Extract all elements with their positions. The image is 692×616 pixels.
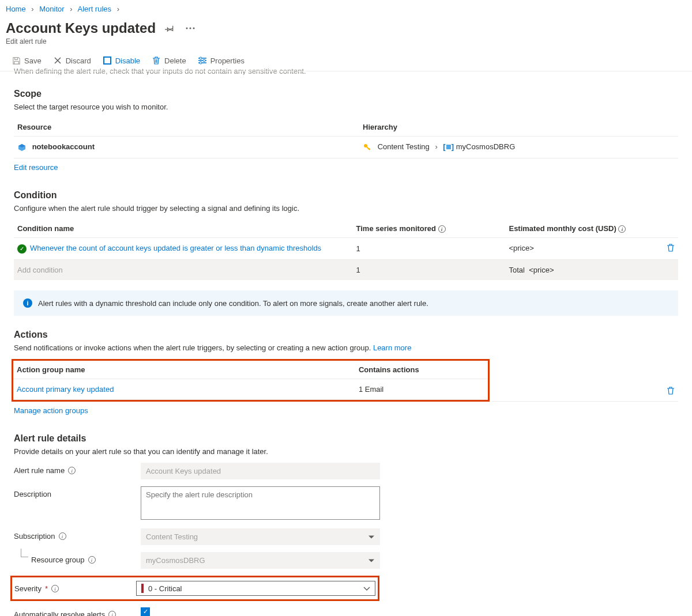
check-icon: ✓ xyxy=(17,244,27,254)
chevron-right-icon: › xyxy=(117,5,119,13)
select-resource-group xyxy=(141,552,380,569)
disable-button[interactable]: Disable xyxy=(100,54,142,67)
info-icon: i xyxy=(23,298,32,308)
section-actions: Actions Send notifications or invoke act… xyxy=(14,330,678,420)
action-group-link[interactable]: Account primary key updated xyxy=(17,385,114,394)
edit-resource-link[interactable]: Edit resource xyxy=(14,163,58,172)
col-resource: Resource xyxy=(14,118,359,137)
resource-group-icon: [] xyxy=(443,142,454,151)
severity-bar-icon xyxy=(141,584,144,593)
breadcrumb: Home › Monitor › Alert rules › xyxy=(0,0,692,18)
svg-point-2 xyxy=(193,28,195,29)
page-subtitle: Edit alert rule xyxy=(6,37,686,46)
details-heading: Alert rule details xyxy=(14,433,678,444)
required-icon: * xyxy=(45,584,48,593)
more-button[interactable] xyxy=(183,25,197,32)
info-icon[interactable]: i xyxy=(108,611,116,616)
properties-button[interactable]: Properties xyxy=(195,54,247,67)
condition-info-banner: i Alert rules with a dynamic threshold c… xyxy=(14,290,678,316)
manage-action-groups-link[interactable]: Manage action groups xyxy=(14,406,88,415)
section-details: Alert rule details Provide details on yo… xyxy=(14,433,678,616)
breadcrumb-home[interactable]: Home xyxy=(6,5,26,13)
details-description: Provide details on your alert rule so th… xyxy=(14,447,678,456)
breadcrumb-monitor[interactable]: Monitor xyxy=(39,5,64,13)
condition-link[interactable]: Whenever the count of account keys updat… xyxy=(30,244,321,252)
label-description: Description xyxy=(14,486,141,498)
cosmos-icon xyxy=(17,143,27,152)
condition-series: 1 xyxy=(353,238,506,260)
info-icon[interactable]: i xyxy=(51,585,59,592)
chevron-right-icon: › xyxy=(70,5,72,13)
condition-row: ✓Whenever the count of account keys upda… xyxy=(14,238,678,260)
input-description[interactable] xyxy=(141,486,380,520)
page-title: Account Keys updated xyxy=(6,20,156,36)
actions-description: Send notifications or invoke actions whe… xyxy=(14,343,678,352)
svg-point-5 xyxy=(200,62,202,64)
col-time-series: Time series monitored i xyxy=(353,220,506,238)
checkbox-auto-resolve[interactable]: ✓ xyxy=(141,607,150,616)
chevron-right-icon: › xyxy=(31,5,33,13)
square-icon xyxy=(103,56,112,65)
delete-button[interactable]: Delete xyxy=(149,54,189,67)
svg-rect-7 xyxy=(446,145,451,149)
col-contains: Contains actions xyxy=(355,361,488,379)
section-scope: Scope Select the target resource you wis… xyxy=(14,89,678,176)
chevron-down-icon xyxy=(363,584,370,593)
add-condition-label: Add condition xyxy=(17,266,63,274)
discard-button[interactable]: Discard xyxy=(51,54,93,67)
actions-highlight: Action group name Contains actions Accou… xyxy=(12,359,490,402)
action-contains: 1 Email xyxy=(355,379,488,400)
info-icon[interactable]: i xyxy=(88,556,96,564)
condition-cost: <price> xyxy=(509,244,533,252)
label-subscription: Subscription i xyxy=(14,528,141,541)
condition-total-row: Add condition 1 Total <price> xyxy=(14,260,678,281)
scope-heading: Scope xyxy=(14,89,678,99)
save-icon xyxy=(12,56,21,65)
select-subscription xyxy=(141,528,380,545)
info-icon[interactable]: i xyxy=(68,467,76,474)
col-hierarchy: Hierarchy xyxy=(359,118,678,137)
pin-button[interactable] xyxy=(163,21,176,35)
section-condition: Condition Configure when the alert rule … xyxy=(14,190,678,316)
action-row: Account primary key updated 1 Email xyxy=(13,379,488,400)
delete-condition-button[interactable] xyxy=(667,244,675,254)
hierarchy-subscription: Content Testing xyxy=(378,142,430,151)
trash-icon xyxy=(152,56,161,65)
total-cost: <price> xyxy=(529,266,554,274)
banner-text: Alert rules with a dynamic threshold can… xyxy=(38,299,428,308)
breadcrumb-alert-rules[interactable]: Alert rules xyxy=(78,5,112,13)
col-action-group: Action group name xyxy=(13,361,355,379)
severity-value: 0 - Critical xyxy=(148,584,182,593)
resource-name: notebookaccount xyxy=(32,142,95,151)
condition-description: Configure when the alert rule should tri… xyxy=(14,204,678,213)
condition-heading: Condition xyxy=(14,190,678,201)
scope-row: notebookaccount Content Testing › [] myC… xyxy=(14,137,678,158)
col-cost: Estimated monthly cost (USD) i xyxy=(505,220,678,238)
actions-heading: Actions xyxy=(14,330,678,340)
select-severity[interactable]: 0 - Critical xyxy=(136,581,375,596)
chevron-right-icon: › xyxy=(435,142,437,151)
key-icon xyxy=(363,143,372,152)
input-rule-name xyxy=(141,463,380,479)
properties-icon xyxy=(198,56,207,65)
delete-action-button[interactable] xyxy=(667,387,675,396)
total-cost-label: Total xyxy=(509,266,524,274)
scope-description: Select the target resource you wish to m… xyxy=(14,103,678,111)
info-icon[interactable]: i xyxy=(618,225,626,233)
label-resource-group: Resource group i xyxy=(14,552,141,564)
info-icon[interactable]: i xyxy=(59,532,66,540)
svg-point-1 xyxy=(190,28,191,29)
label-auto-resolve: Automatically resolve alerts i xyxy=(14,607,141,616)
label-rule-name: Alert rule name i xyxy=(14,463,141,475)
col-condition-name: Condition name xyxy=(14,220,353,238)
info-icon[interactable]: i xyxy=(438,225,446,233)
learn-more-link[interactable]: Learn more xyxy=(373,343,411,352)
label-severity: Severity * i xyxy=(14,581,136,593)
info-text-cut: When defining the alert rule, check that… xyxy=(14,68,678,75)
hierarchy-rg: myCosmosDBRG xyxy=(456,142,516,151)
svg-point-3 xyxy=(200,57,202,59)
close-icon xyxy=(53,56,62,65)
svg-point-0 xyxy=(186,28,188,29)
svg-point-4 xyxy=(203,59,205,62)
save-button[interactable]: Save xyxy=(9,54,44,67)
